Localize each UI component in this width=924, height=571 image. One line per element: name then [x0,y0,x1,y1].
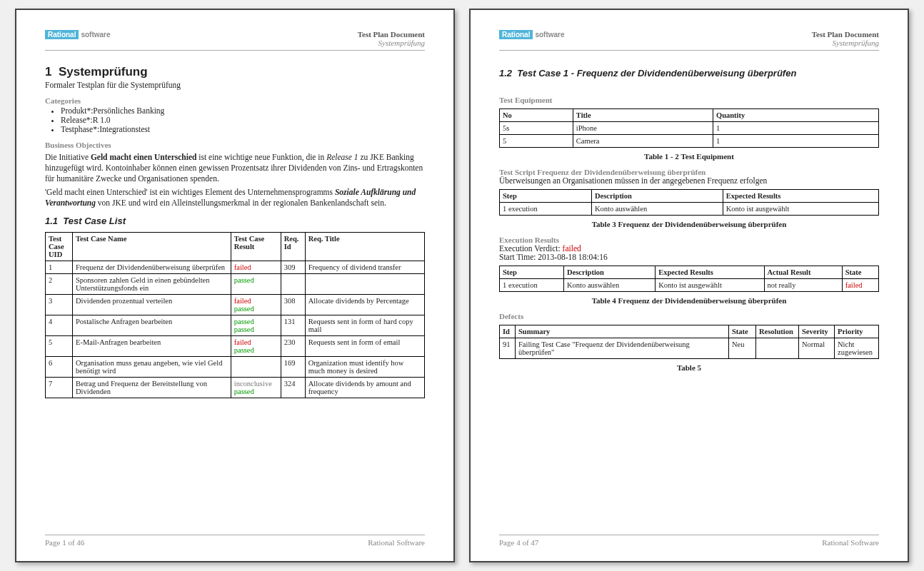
column-header: State [842,266,878,279]
table-row: 5siPhone1 [500,122,879,135]
table-caption: Table 4 Frequenz der Dividendenüberweisu… [499,296,879,305]
test-script-label: Test Script Frequenz der Dividendenüberw… [499,168,879,176]
table-header-row: StepDescriptionExpected Results [500,190,879,203]
page-body: 1.2 Test Case 1 - Frequenz der Dividende… [499,61,879,535]
table-caption: Table 3 Frequenz der Dividendenüberweisu… [499,220,879,228]
business-objectives-label: Business Objectives [45,141,425,149]
header-right: Test Plan Document Systemprüfung [358,30,425,47]
page-header: Rational software Test Plan Document Sys… [45,30,425,51]
column-header: Description [591,190,723,203]
column-header: Step [500,190,592,203]
page-header: Rational software Test Plan Document Sys… [499,30,879,51]
page-footer: Page 4 of 47 Rational Software [499,535,879,547]
test-script-desc: Überweisungen an Organisationen müssen i… [499,176,879,185]
column-header: Test Case Result [231,232,281,261]
table-header-row: StepDescriptionExpected ResultsActual Re… [500,266,879,279]
column-header: Priority [835,325,879,338]
execution-results-table: StepDescriptionExpected ResultsActual Re… [499,266,879,292]
bo-paragraph-1: Die Initiative Geld macht einen Untersch… [45,152,425,184]
section-1-2-heading: 1.2 Test Case 1 - Frequenz der Dividende… [499,68,879,79]
column-header: Req. Title [305,232,424,261]
section-subtitle: Formaler Testplan für die Systemprüfung [45,81,425,89]
column-header: Resolution [756,325,799,338]
page-footer: Page 1 of 46 Rational Software [45,535,425,547]
doc-subtitle: Systemprüfung [812,39,879,47]
table-row: 7Betrag und Frequenz der Bereitstellung … [46,377,425,398]
column-header: Title [573,109,713,122]
logo-suffix: software [81,31,110,39]
doc-title: Test Plan Document [358,30,425,39]
page-body: 1 Systemprüfung Formaler Testplan für di… [45,61,425,535]
table-row: 4Postalische Anfragen bearbeitenpassedpa… [46,315,425,335]
table-row: 91Failing Test Case "Frequenz der Divide… [500,338,879,359]
table-header-row: NoTitleQuantity [500,109,879,122]
logo-brand: Rational [45,30,79,39]
column-header: State [729,325,756,338]
header-right: Test Plan Document Systemprüfung [812,30,879,47]
table-header-row: IdSummaryStateResolutionSeverityPriority [500,325,879,338]
table-row: 2Sponsoren zahlen Geld in einen gebündel… [46,273,425,294]
table-row: 5E-Mail-Anfragen bearbeitenfailedpassed2… [46,335,425,356]
document-page-2: Rational software Test Plan Document Sys… [469,9,909,562]
rational-logo: Rational software [499,30,565,39]
doc-subtitle: Systemprüfung [358,39,425,47]
table-row: 5Camera1 [500,135,879,148]
bo-paragraph-2: 'Geld macht einen Unterschied' ist ein w… [45,187,425,208]
logo-suffix: software [535,31,564,39]
table-header-row: Test Case UIDTest Case NameTest Case Res… [46,232,425,261]
table-row: 1 executionKonto auswählenKonto ist ausg… [500,279,879,292]
column-header: No [500,109,573,122]
category-item: Testphase*:Integrationstest [61,125,425,133]
table-caption: Table 5 [499,363,879,372]
column-header: Actual Result [764,266,842,279]
defects-table: IdSummaryStateResolutionSeverityPriority… [499,325,879,359]
section-1-1-heading: 1.1 Test Case List [45,216,425,226]
table-caption: Table 1 - 2 Test Equipment [499,152,879,161]
logo-brand: Rational [499,30,533,39]
footer-company: Rational Software [368,538,425,547]
section-1-heading: 1 Systemprüfung [45,65,425,79]
column-header: Description [564,266,656,279]
footer-page-num: Page 1 of 46 [45,538,84,547]
test-script-table: StepDescriptionExpected Results 1 execut… [499,189,879,216]
category-item: Release*:R 1.0 [61,116,425,124]
column-header: Id [500,325,516,338]
column-header: Expected Results [656,266,764,279]
test-equipment-table: NoTitleQuantity 5siPhone15Camera1 [499,108,879,148]
column-header: Severity [799,325,835,338]
test-equipment-label: Test Equipment [499,96,879,104]
doc-title: Test Plan Document [812,30,879,39]
table-row: 6Organisation muss genau angeben, wie vi… [46,356,425,377]
column-header: Req. Id [281,232,305,261]
category-item: Produkt*:Persönliches Banking [61,106,425,115]
table-row: 1Frequenz der Dividendenüberweisung über… [46,261,425,273]
column-header: Quantity [713,109,879,122]
categories-label: Categories [45,96,425,105]
execution-results-label: Execution Results [499,236,879,244]
execution-start-time: Start Time: 2013-08-18 18:04:16 [499,253,879,261]
document-page-1: Rational software Test Plan Document Sys… [15,9,455,562]
defects-label: Defects [499,312,879,320]
test-case-list-table: Test Case UIDTest Case NameTest Case Res… [45,232,425,398]
footer-page-num: Page 4 of 47 [499,538,538,547]
table-row: 3Dividenden prozentual verteilenfailedpa… [46,294,425,315]
column-header: Summary [516,325,729,338]
rational-logo: Rational software [45,30,111,39]
section-num: 1 [45,65,51,79]
column-header: Step [500,266,564,279]
footer-company: Rational Software [822,538,879,547]
column-header: Expected Results [723,190,878,203]
column-header: Test Case Name [73,232,231,261]
section-title: Systemprüfung [59,65,148,79]
categories-list: Produkt*:Persönliches BankingRelease*:R … [61,106,425,133]
execution-verdict: Execution Verdict: failed [499,244,879,253]
table-row: 1 executionKonto auswählenKonto ist ausg… [500,203,879,216]
column-header: Test Case UID [46,232,73,261]
